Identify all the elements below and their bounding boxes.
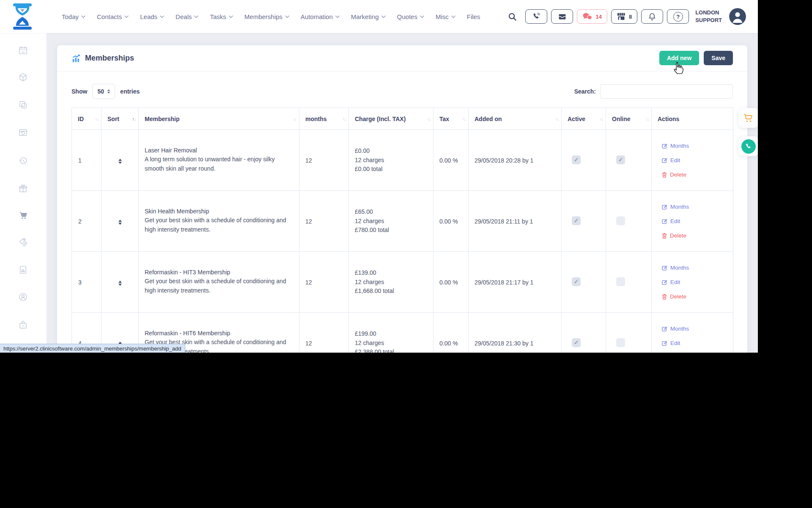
column-header[interactable]: Charge (Incl. TAX) (349, 108, 433, 130)
online-checkbox[interactable] (616, 216, 625, 225)
help-button[interactable]: ? (667, 9, 689, 24)
active-checkbox[interactable] (572, 277, 581, 286)
cell-charge: £0.00 12 charges £0.00 total (349, 130, 433, 191)
page-size-select[interactable]: 50 (92, 84, 115, 99)
nav-item[interactable]: Memberships (244, 13, 289, 20)
nav-item[interactable]: Quotes (397, 13, 424, 20)
chevron-down-icon (124, 15, 129, 18)
search-label: Search: (574, 88, 596, 95)
delete-link[interactable]: Delete (662, 293, 729, 300)
column-header[interactable]: Actions (652, 108, 733, 130)
column-header[interactable]: Tax (433, 108, 469, 130)
nav-item[interactable]: Contacts (97, 13, 129, 20)
chat-bubbles-icon (582, 12, 593, 21)
nav-item[interactable]: Files (467, 13, 480, 20)
online-checkbox[interactable] (616, 338, 625, 347)
months-link[interactable]: Months (662, 265, 729, 271)
drag-handle-icon[interactable] (118, 279, 122, 287)
nav-item[interactable]: Automation (301, 13, 340, 20)
user-label-line2: SUPPORT (695, 17, 722, 24)
add-new-button[interactable]: Add new (659, 51, 699, 65)
cell-charge: £139.00 12 charges £1,668.00 total (349, 252, 433, 313)
nav-item-label: Today (62, 13, 79, 20)
column-header[interactable]: Membership (139, 108, 299, 130)
sort-arrows-icon (600, 116, 604, 121)
cell-actions: Months Edit (652, 130, 733, 191)
nav-item[interactable]: Marketing (351, 13, 386, 20)
briefcase-lock-icon[interactable] (18, 320, 28, 330)
column-header[interactable]: Online (606, 108, 652, 130)
column-header[interactable]: Added on (469, 108, 562, 130)
months-link[interactable]: Months (662, 143, 729, 149)
calendar-icon[interactable]: 12 (18, 45, 28, 55)
online-checkbox[interactable] (616, 155, 625, 164)
cell-months: 12 (299, 313, 349, 353)
floating-cart-widget[interactable] (738, 108, 758, 128)
inbox-button[interactable] (551, 9, 573, 24)
delete-link[interactable]: Delete (662, 171, 729, 178)
cell-months: 12 (299, 130, 349, 191)
edit-link[interactable]: Edit (662, 218, 729, 224)
report-file-icon[interactable] (18, 265, 28, 275)
package-icon[interactable] (18, 72, 28, 82)
chat-button[interactable]: 14 (577, 9, 607, 24)
months-link[interactable]: Months (662, 204, 729, 210)
nav-item[interactable]: Today (62, 13, 85, 20)
charge-total: £2,388.00 total (355, 348, 429, 353)
user-circle-icon[interactable] (18, 292, 28, 302)
avatar[interactable] (729, 8, 746, 25)
gift-icon[interactable] (18, 184, 28, 193)
column-header[interactable]: Active (562, 108, 606, 130)
history-icon[interactable] (18, 156, 28, 166)
clinicsoftware-logo-icon[interactable] (12, 3, 33, 30)
floating-phone-widget[interactable] (738, 136, 758, 156)
save-button[interactable]: Save (704, 51, 733, 65)
column-header[interactable]: months (299, 108, 349, 130)
edit-link-label: Edit (670, 218, 680, 224)
nav-item[interactable]: Misc (436, 13, 455, 20)
orange-cart-icon (743, 113, 754, 124)
search-input[interactable] (600, 84, 733, 99)
edit-square-icon (662, 340, 667, 346)
edit-link[interactable]: Edit (662, 157, 729, 163)
charge-count: 12 charges (355, 339, 429, 348)
active-checkbox[interactable] (572, 216, 581, 225)
edit-link[interactable]: Edit (662, 340, 729, 346)
delete-link[interactable]: Delete (662, 232, 729, 239)
column-header[interactable]: Sort (102, 108, 139, 130)
charge-amount: £199.00 (355, 329, 429, 339)
online-checkbox[interactable] (616, 277, 625, 286)
cell-sort (102, 252, 139, 313)
charge-total: £780.00 total (355, 226, 429, 235)
status-bar-url: https://server2.clinicsoftware.com/admin… (0, 344, 185, 353)
active-checkbox[interactable] (572, 338, 581, 347)
phone-button[interactable] (525, 9, 547, 24)
edit-square-icon (662, 204, 667, 210)
months-link[interactable]: Months (662, 326, 729, 332)
charge-amount: £139.00 (355, 268, 429, 278)
page-title: Memberships (71, 54, 134, 63)
nav-item[interactable]: Leads (140, 13, 164, 20)
cell-online (606, 130, 652, 191)
cell-tax: 0.00 % (433, 191, 469, 252)
memberships-table: ID Sort Membership (71, 108, 733, 353)
nav-item[interactable]: Tasks (210, 13, 233, 20)
charge-amount: £65.00 (355, 207, 429, 217)
edit-link[interactable]: Edit (662, 279, 729, 285)
drag-handle-icon[interactable] (118, 218, 122, 226)
tags-icon[interactable] (18, 237, 28, 247)
chevron-down-icon (229, 15, 233, 18)
store-button[interactable]: 8 (611, 9, 637, 24)
cart-icon[interactable] (18, 210, 28, 220)
copy-pages-icon[interactable] (18, 100, 28, 110)
notifications-button[interactable] (641, 9, 663, 24)
column-header[interactable]: ID (72, 108, 102, 130)
chevron-down-icon (81, 15, 85, 18)
drag-handle-icon[interactable] (118, 157, 122, 166)
nav-item-label: Automation (301, 13, 333, 20)
show-entries-group: Show 50 entries (71, 84, 140, 99)
archive-return-icon[interactable] (18, 127, 28, 137)
active-checkbox[interactable] (572, 155, 581, 164)
nav-item[interactable]: Deals (176, 13, 198, 20)
search-icon[interactable] (508, 12, 517, 22)
